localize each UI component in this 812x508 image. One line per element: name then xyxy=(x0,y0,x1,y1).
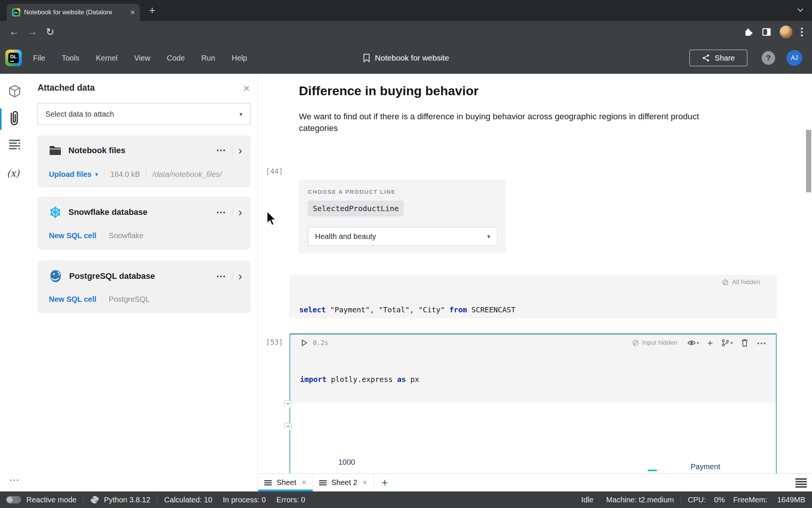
all-hidden-label: All hidden xyxy=(732,278,760,286)
plot-output: 1000 Payment xyxy=(290,402,776,473)
python-version[interactable]: Python 3.8.12 xyxy=(104,496,150,504)
plotly-code-cell[interactable]: 0.2s Input hidden ▾ + xyxy=(289,333,777,473)
rail-active-indicator xyxy=(0,108,2,130)
bookmark-icon xyxy=(363,53,370,62)
svg-text:DL: DL xyxy=(14,11,18,14)
notebook-files-card[interactable]: Notebook files ⋯ › Upload files ▾ 164.0 … xyxy=(38,135,250,187)
run-cell-icon[interactable] xyxy=(300,339,308,347)
divider xyxy=(232,145,232,156)
sheet-tab-1[interactable]: Sheet ✕ xyxy=(258,474,313,491)
card-menu-icon[interactable]: ⋯ xyxy=(216,207,226,218)
cell-actions-button[interactable]: ▾ xyxy=(721,339,733,347)
eye-off-icon xyxy=(632,339,639,347)
new-sql-cell-link[interactable]: New SQL cell xyxy=(49,231,96,240)
cpu-label: CPU: xyxy=(688,496,706,504)
visibility-menu-button[interactable]: ▾ xyxy=(687,339,699,346)
table-of-contents-icon[interactable] xyxy=(8,138,21,152)
cell-more-icon[interactable]: ⋯ xyxy=(757,338,766,348)
help-button[interactable]: ? xyxy=(762,51,775,65)
browser-profile-avatar[interactable] xyxy=(780,26,792,38)
card-title: Snowflake database xyxy=(68,207,147,217)
menu-tools[interactable]: Tools xyxy=(62,54,79,62)
snowflake-card[interactable]: Snowflake database ⋯ › New SQL cell Snow… xyxy=(38,197,250,249)
cpu-value: 0% xyxy=(714,496,725,504)
add-sheet-button[interactable]: + xyxy=(374,474,396,491)
select-data-dropdown[interactable]: Select data to attach ▾ xyxy=(38,103,250,125)
extensions-icon[interactable] xyxy=(744,27,753,37)
machine-type[interactable]: Machine: t2.medium xyxy=(606,496,674,504)
divider xyxy=(102,294,103,305)
sidebar-more-icon[interactable]: ⋯ xyxy=(9,474,20,486)
share-nodes-icon xyxy=(702,54,710,62)
menu-run[interactable]: Run xyxy=(201,54,215,62)
close-sheet-icon[interactable]: ✕ xyxy=(362,479,367,487)
add-cell-button[interactable]: + xyxy=(707,337,713,349)
product-line-dropdown[interactable]: Health and beauty ▾ xyxy=(308,227,497,246)
chevron-right-icon[interactable]: › xyxy=(238,147,242,154)
cell-runtime: 0.2s xyxy=(313,339,328,347)
menu-file[interactable]: File xyxy=(33,54,45,62)
doc-title[interactable]: Difference in buying behavior xyxy=(299,84,479,98)
new-sql-cell-link[interactable]: New SQL cell xyxy=(49,295,96,304)
tab-close-icon[interactable]: ✕ xyxy=(130,9,135,17)
sheet-tab-label: Sheet xyxy=(277,478,296,487)
upload-files-link[interactable]: Upload files xyxy=(49,170,91,179)
browser-toolbar: ← → ↻ datalore.jetbrains.com/notebook/0k… xyxy=(0,21,812,42)
datalore-logo[interactable]: DL xyxy=(5,50,22,66)
back-button[interactable]: ← xyxy=(9,26,19,38)
trash-icon xyxy=(741,339,748,347)
menu-code[interactable]: Code xyxy=(167,54,185,62)
menu-kernel[interactable]: Kernel xyxy=(96,54,118,62)
python-code[interactable]: import plotly.express as px fig = px.box… xyxy=(290,351,776,402)
mem-value: 1649MB xyxy=(777,496,806,504)
browser-tab[interactable]: DL Notebook for website (Datalore ✕ xyxy=(7,4,140,21)
chevron-right-icon[interactable]: › xyxy=(238,272,242,280)
delete-cell-button[interactable] xyxy=(741,339,748,347)
legend-marker[interactable] xyxy=(648,470,657,471)
variables-icon[interactable]: (x) xyxy=(7,168,20,179)
eye-off-icon xyxy=(722,279,729,286)
card-menu-icon[interactable]: ⋯ xyxy=(216,271,226,282)
packages-icon[interactable] xyxy=(8,84,21,99)
tab-title: Notebook for website (Datalore xyxy=(24,9,126,16)
reload-button[interactable]: ↻ xyxy=(46,26,55,38)
new-tab-button[interactable]: + xyxy=(149,4,156,17)
sheet-list-icon[interactable] xyxy=(795,478,807,488)
sql-cell[interactable]: All hidden select "Payment", "Total", "C… xyxy=(289,275,777,318)
card-menu-icon[interactable]: ⋯ xyxy=(216,144,226,156)
chevron-down-icon[interactable]: ▾ xyxy=(95,171,98,177)
scrollbar-thumb[interactable] xyxy=(806,130,811,192)
card-title: PostgreSQL database xyxy=(69,271,155,281)
menu-view[interactable]: View xyxy=(134,54,150,62)
errors-count: Errors: 0 xyxy=(276,496,305,504)
user-avatar[interactable]: AJ xyxy=(786,50,802,66)
menu-help[interactable]: Help xyxy=(232,54,247,62)
close-sheet-icon[interactable]: ✕ xyxy=(301,479,306,487)
sheet-tab-2[interactable]: Sheet 2 ✕ xyxy=(313,474,374,491)
browser-menu-icon[interactable] xyxy=(801,27,803,37)
share-button[interactable]: Share xyxy=(689,50,747,66)
files-path: /data/notebook_files/ xyxy=(152,170,222,179)
tab-search-chevron-icon[interactable] xyxy=(797,8,804,12)
product-line-cell[interactable]: CHOOSE A PRODUCT LINE SelectedProductLin… xyxy=(299,179,506,253)
database-type: Snowflake xyxy=(109,231,143,240)
sheet-tab-label: Sheet 2 xyxy=(332,478,358,487)
chevron-right-icon[interactable]: › xyxy=(238,208,242,216)
mem-label: FreeMem: xyxy=(733,496,767,504)
card-title: Notebook files xyxy=(68,146,126,155)
attached-data-icon[interactable] xyxy=(8,110,20,126)
cell-44-execution-label: [44] xyxy=(266,167,283,175)
cell-53-execution-label: [53] xyxy=(266,338,283,346)
cell-toolbar: 0.2s Input hidden ▾ + xyxy=(290,335,776,351)
product-line-value: Health and beauty xyxy=(315,232,376,241)
panel-close-icon[interactable]: ✕ xyxy=(243,84,250,94)
doc-paragraph[interactable]: We want to find out if there is a differ… xyxy=(299,111,738,134)
postgresql-card[interactable]: PostgreSQL database ⋯ › New SQL cell Pos… xyxy=(38,260,250,313)
in-process-count: In process: 0 xyxy=(223,496,266,504)
divider xyxy=(232,207,232,218)
attached-data-panel: (x) ⋯ Attached data ✕ Select data to att… xyxy=(0,74,258,491)
calculated-count: Calculated: 10 xyxy=(164,496,212,504)
forward-button[interactable]: → xyxy=(27,26,37,38)
side-panel-icon[interactable] xyxy=(762,27,771,37)
reactive-mode-toggle[interactable] xyxy=(6,496,21,503)
